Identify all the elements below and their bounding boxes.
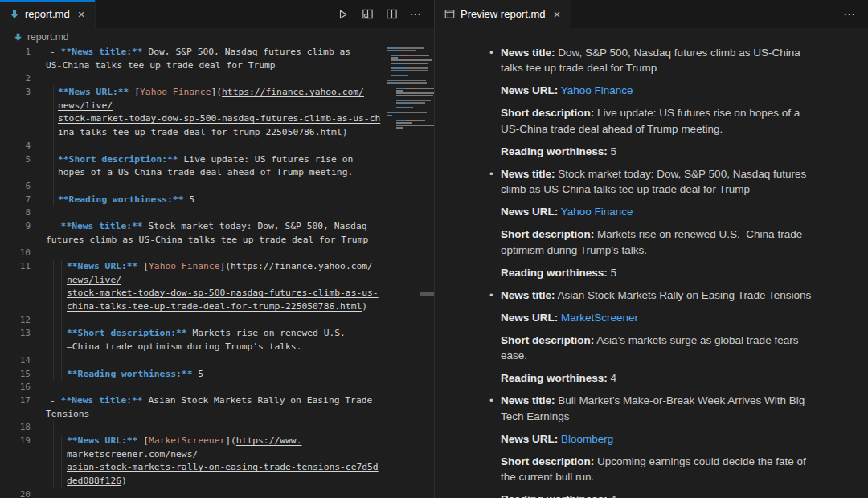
minimap-line bbox=[396, 122, 434, 124]
code-line[interactable]: 9- **News title:** Stock market today: D… bbox=[0, 220, 434, 234]
field-label: News title: bbox=[501, 47, 555, 59]
indent-guide bbox=[61, 300, 62, 314]
line-content: futures climb as US-China talks tee up t… bbox=[46, 234, 368, 247]
markdown-editor[interactable]: 1- **News title:** Dow, S&P 500, Nasdaq … bbox=[0, 46, 434, 498]
indent-guide bbox=[53, 126, 54, 140]
link-url[interactable]: news/live/ bbox=[58, 100, 113, 111]
preview-list: •News title: Dow, S&P 500, Nasdaq future… bbox=[501, 45, 818, 498]
code-line[interactable]: asian-stock-markets-rally-on-easing-trad… bbox=[0, 461, 434, 475]
link-url[interactable]: https://finance.yahoo.com/ bbox=[231, 261, 373, 271]
run-icon[interactable] bbox=[334, 6, 352, 23]
link-url[interactable]: ina-talks-tee-up-trade-deal-for-trump-22… bbox=[58, 127, 342, 137]
line-content: stock-market-today-dow-sp-500-nasdaq-fut… bbox=[58, 112, 380, 126]
scrollbar-handle[interactable] bbox=[420, 292, 434, 296]
news-url-link[interactable]: Yahoo Finance bbox=[561, 84, 633, 96]
link-url[interactable]: https://finance.yahoo.com/ bbox=[222, 87, 364, 97]
code-line[interactable]: china-talks-tee-up-trade-deal-for-trump-… bbox=[0, 300, 434, 314]
code-line[interactable]: 6 bbox=[0, 180, 434, 194]
line-number: 10 bbox=[0, 247, 31, 260]
code-text: - bbox=[50, 47, 61, 57]
field-label: News URL: bbox=[501, 206, 558, 218]
link-url[interactable]: asian-stock-markets-rally-on-easing-trad… bbox=[67, 462, 379, 472]
news-item: •News title: Asian Stock Markets Rally o… bbox=[501, 288, 818, 386]
code-line[interactable]: ina-talks-tee-up-trade-deal-for-trump-22… bbox=[0, 126, 434, 140]
markdown-key: **News URL:** bbox=[67, 435, 137, 446]
close-icon[interactable]: × bbox=[76, 6, 88, 22]
link-url[interactable]: stock-market-today-dow-sp-500-nasdaq-fut… bbox=[58, 113, 380, 124]
code-line[interactable]: 4 bbox=[0, 140, 434, 153]
minimap-line bbox=[396, 107, 434, 108]
code-line[interactable]: US-China talks tee up trade deal for Tru… bbox=[0, 59, 434, 73]
link-url[interactable]: china-talks-tee-up-trade-deal-for-trump-… bbox=[67, 301, 362, 312]
link-url[interactable]: marketscreener.com/news/ bbox=[67, 449, 198, 459]
code-line[interactable]: ded088f126) bbox=[0, 475, 434, 488]
line-content: **Short description:** Markets rise on r… bbox=[67, 327, 346, 341]
editor-group-right: Preview report.md × ⋯ •News title: Dow, … bbox=[434, 0, 868, 498]
code-line[interactable]: news/live/ bbox=[0, 100, 434, 113]
open-preview-icon[interactable] bbox=[358, 6, 376, 23]
code-line[interactable]: news/live/ bbox=[0, 274, 434, 288]
code-line[interactable]: 1- **News title:** Dow, S&P 500, Nasdaq … bbox=[0, 46, 434, 59]
code-line[interactable]: stock-market-today-dow-sp-500-nasdaq-fut… bbox=[0, 287, 434, 300]
code-line[interactable]: 16 bbox=[0, 381, 434, 394]
code-line[interactable]: 20 bbox=[0, 488, 434, 498]
code-line[interactable]: 14 bbox=[0, 354, 434, 368]
breadcrumb[interactable]: report.md bbox=[0, 28, 434, 46]
code-line[interactable]: 11**News URL:** [Yahoo Finance](https://… bbox=[0, 260, 434, 274]
code-line[interactable]: 7**Reading worthiness:** 5 bbox=[0, 194, 434, 207]
code-line[interactable]: hopes of a US-China trade deal ahead of … bbox=[0, 166, 434, 180]
code-text: ) bbox=[121, 476, 127, 486]
link-url[interactable]: stock-market-today-dow-sp-500-nasdaq-fut… bbox=[67, 288, 379, 298]
line-content: **News URL:** [MarketScreener](https://w… bbox=[67, 435, 301, 448]
news-url-link[interactable]: Yahoo Finance bbox=[561, 206, 633, 218]
code-line[interactable]: 19**News URL:** [MarketScreener](https:/… bbox=[0, 435, 434, 448]
news-url-link[interactable]: Bloomberg bbox=[561, 433, 613, 445]
code-line[interactable]: 8 bbox=[0, 206, 434, 220]
line-content: asian-stock-markets-rally-on-easing-trad… bbox=[67, 461, 379, 475]
minimap[interactable] bbox=[384, 47, 434, 498]
breadcrumb-item[interactable]: report.md bbox=[27, 31, 68, 43]
code-line[interactable]: 12 bbox=[0, 314, 434, 328]
indent-guide bbox=[53, 461, 54, 475]
link-url[interactable]: ded088f126 bbox=[67, 476, 121, 486]
line-content: news/live/ bbox=[67, 274, 121, 288]
news-item: •News title: Stock market today: Dow, S&… bbox=[501, 166, 818, 281]
code-text: Tensions bbox=[46, 409, 89, 419]
code-line[interactable]: –China trade optimism during Trump’s tal… bbox=[0, 341, 434, 354]
code-line[interactable]: 5**Short description:** Live update: US … bbox=[0, 153, 434, 167]
line-content: **Short description:** Live update: US f… bbox=[58, 153, 353, 167]
markdown-key: **Reading worthiness:** bbox=[67, 369, 192, 379]
link-url[interactable]: news/live/ bbox=[67, 275, 121, 285]
bullet-icon: • bbox=[489, 393, 493, 409]
minimap-line bbox=[396, 90, 434, 92]
tab-preview-report-md[interactable]: Preview report.md × bbox=[435, 0, 571, 28]
markdown-key: **Short description:** bbox=[58, 154, 178, 165]
code-line[interactable]: stock-market-today-dow-sp-500-nasdaq-fut… bbox=[0, 112, 434, 126]
link-url[interactable]: https://www. bbox=[236, 435, 302, 446]
news-url-link[interactable]: MarketScreener bbox=[561, 312, 638, 324]
close-icon[interactable]: × bbox=[551, 6, 563, 22]
code-line[interactable]: 17- **News title:** Asian Stock Markets … bbox=[0, 394, 434, 408]
code-line[interactable]: Tensions bbox=[0, 408, 434, 422]
code-line[interactable]: marketscreener.com/news/ bbox=[0, 448, 434, 462]
minimap-line bbox=[391, 63, 435, 64]
tab-report-md[interactable]: report.md × bbox=[0, 0, 96, 28]
news-url: News URL: Yahoo Finance bbox=[501, 204, 818, 220]
code-line[interactable]: 18 bbox=[0, 421, 434, 435]
code-line[interactable]: futures climb as US-China talks tee up t… bbox=[0, 234, 434, 247]
code-text: Stock market today: Dow, S&P 500, Nasdaq bbox=[143, 221, 367, 231]
code-line[interactable]: 10 bbox=[0, 247, 434, 260]
code-line[interactable]: 2 bbox=[0, 72, 434, 86]
short-description: Short description: Markets rise on renew… bbox=[501, 227, 818, 258]
code-line[interactable]: 15**Reading worthiness:** 5 bbox=[0, 368, 434, 382]
preview-icon bbox=[444, 9, 455, 19]
code-line[interactable]: 3**News URL:** [Yahoo Finance](https://f… bbox=[0, 86, 434, 100]
split-editor-icon[interactable] bbox=[383, 6, 400, 23]
indent-guide bbox=[53, 435, 54, 448]
news-item: •News title: Bull Market’s Make-or-Break… bbox=[501, 393, 818, 498]
code-line[interactable]: 13**Short description:** Markets rise on… bbox=[0, 327, 434, 341]
more-actions-icon[interactable]: ⋯ bbox=[841, 6, 858, 23]
code-text: ]( bbox=[225, 435, 236, 446]
more-actions-icon[interactable]: ⋯ bbox=[407, 6, 424, 23]
markdown-preview[interactable]: •News title: Dow, S&P 500, Nasdaq future… bbox=[435, 28, 868, 498]
